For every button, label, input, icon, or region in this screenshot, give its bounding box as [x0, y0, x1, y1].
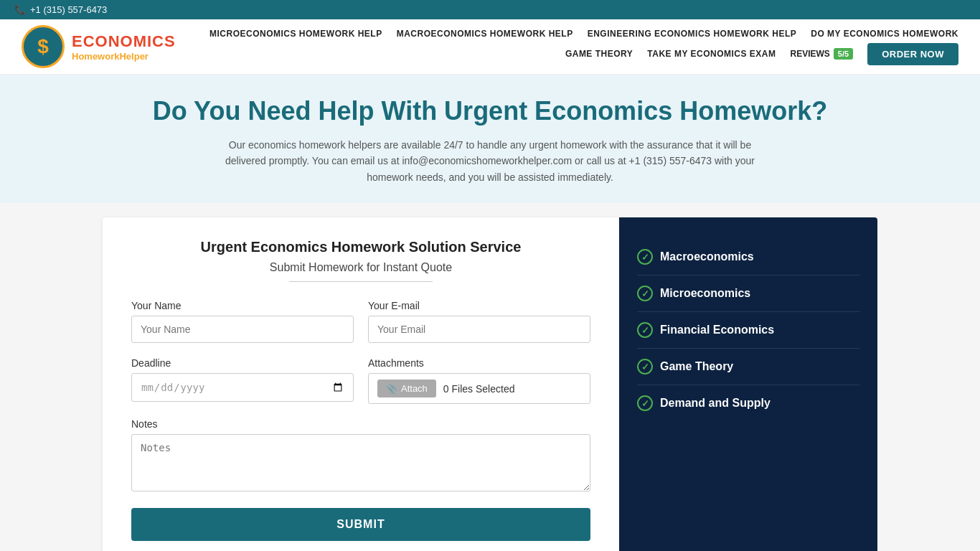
logo-helper: HomeworkHelper: [72, 51, 176, 62]
form-title: Urgent Economics Homework Solution Servi…: [131, 239, 590, 255]
sidebar-label-financial: Financial Economics: [660, 324, 774, 336]
attachments-group: Attachments 📎 Attach 0 Files Selected: [368, 357, 590, 404]
nav-top: MICROECONOMICS HOMEWORK HELP MACROECONOM…: [209, 29, 958, 39]
deadline-label: Deadline: [131, 357, 354, 369]
email-input[interactable]: [368, 316, 590, 343]
check-icon-micro: ✓: [637, 286, 653, 301]
hero-title: Do You Need Help With Urgent Economics H…: [14, 96, 966, 126]
notes-group: Notes: [131, 418, 590, 494]
nav-exam[interactable]: TAKE MY ECONOMICS EXAM: [647, 49, 776, 59]
name-label: Your Name: [131, 300, 354, 311]
files-selected-text: 0 Files Selected: [443, 383, 515, 395]
hero-section: Do You Need Help With Urgent Economics H…: [0, 75, 980, 203]
check-icon-macro: ✓: [637, 249, 653, 265]
attach-button[interactable]: 📎 Attach: [377, 380, 436, 397]
logo-area[interactable]: $ ECONOMICS HomeworkHelper: [22, 25, 176, 68]
deadline-input[interactable]: [131, 373, 354, 402]
sidebar-item-demand-supply[interactable]: ✓ Demand and Supply: [637, 385, 859, 421]
reviews-score: 5/5: [834, 48, 853, 60]
logo-symbol: $: [37, 35, 49, 58]
attachments-label: Attachments: [368, 357, 590, 369]
sidebar-label-microeconomics: Microeconomics: [660, 287, 750, 300]
reviews-badge[interactable]: REVIEWS 5/5: [791, 48, 854, 60]
email-label: Your E-mail: [368, 300, 590, 311]
attach-btn-label: Attach: [401, 383, 428, 394]
form-card: Urgent Economics Homework Solution Servi…: [103, 217, 619, 551]
nav-macroeconomics[interactable]: MACROECONOMICS HOMEWORK HELP: [397, 29, 573, 39]
sidebar: ✓ Macroeconomics ✓ Microeconomics ✓ Fina…: [619, 217, 877, 551]
sidebar-label-macroeconomics: Macroeconomics: [660, 250, 754, 263]
sidebar-label-demand-supply: Demand and Supply: [660, 397, 771, 410]
sidebar-item-game-theory[interactable]: ✓ Game Theory: [637, 349, 859, 385]
check-icon-game-theory: ✓: [637, 359, 653, 375]
deadline-attachments-row: Deadline Attachments 📎 Attach 0 Files Se…: [131, 357, 590, 404]
header: $ ECONOMICS HomeworkHelper MICROECONOMIC…: [0, 19, 980, 75]
paperclip-icon: 📎: [386, 383, 397, 394]
logo-economics: ECONOMICS: [72, 32, 176, 51]
hero-description: Our economics homework helpers are avail…: [210, 137, 770, 185]
sidebar-item-macroeconomics[interactable]: ✓ Macroeconomics: [637, 239, 859, 276]
phone-icon: 📞: [14, 4, 26, 15]
sidebar-item-financial[interactable]: ✓ Financial Economics: [637, 312, 859, 349]
attach-row: 📎 Attach 0 Files Selected: [368, 373, 590, 404]
nav-game-theory[interactable]: GAME THEORY: [565, 49, 633, 59]
deadline-group: Deadline: [131, 357, 354, 404]
submit-button[interactable]: SUBMIT: [131, 508, 590, 541]
order-now-button[interactable]: ORDER NOW: [867, 43, 958, 65]
nav-engineering[interactable]: ENGINEERING ECONOMICS HOMEWORK HELP: [588, 29, 797, 39]
check-icon-financial: ✓: [637, 322, 653, 338]
main-content: Urgent Economics Homework Solution Servi…: [0, 203, 980, 551]
name-email-row: Your Name Your E-mail: [131, 300, 590, 343]
sidebar-item-microeconomics[interactable]: ✓ Microeconomics: [637, 276, 859, 312]
phone-number[interactable]: +1 (315) 557-6473: [30, 4, 107, 15]
top-bar: 📞 +1 (315) 557-6473: [0, 0, 980, 19]
notes-textarea[interactable]: [131, 434, 590, 491]
check-icon-demand-supply: ✓: [637, 395, 653, 411]
nav-do-my-homework[interactable]: DO MY ECONOMICS HOMEWORK: [811, 29, 958, 39]
form-subtitle: Submit Homework for Instant Quote: [131, 261, 590, 274]
form-divider: [289, 281, 433, 282]
nav-bottom: GAME THEORY TAKE MY ECONOMICS EXAM REVIE…: [565, 43, 958, 65]
nav-area: MICROECONOMICS HOMEWORK HELP MACROECONOM…: [209, 29, 958, 65]
notes-label: Notes: [131, 418, 590, 430]
sidebar-label-game-theory: Game Theory: [660, 360, 733, 373]
name-group: Your Name: [131, 300, 354, 343]
logo-text: ECONOMICS HomeworkHelper: [72, 32, 176, 62]
email-group: Your E-mail: [368, 300, 590, 343]
name-input[interactable]: [131, 316, 354, 343]
logo-circle: $: [22, 25, 65, 68]
nav-microeconomics[interactable]: MICROECONOMICS HOMEWORK HELP: [209, 29, 382, 39]
reviews-label: REVIEWS: [791, 49, 830, 59]
